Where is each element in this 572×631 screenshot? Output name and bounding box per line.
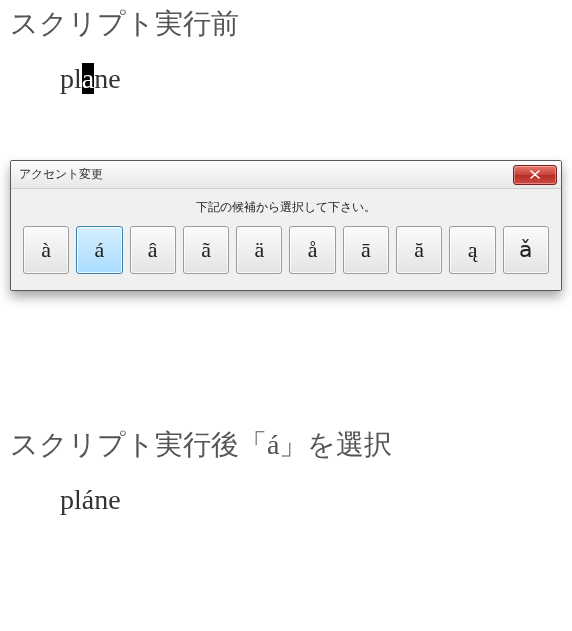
dialog-instruction: 下記の候補から選択して下さい。 — [23, 199, 549, 216]
close-button[interactable] — [513, 165, 557, 185]
accent-option-6[interactable]: ā — [343, 226, 389, 274]
accent-option-1[interactable]: á — [76, 226, 122, 274]
accent-option-0[interactable]: à — [23, 226, 69, 274]
before-word-pre: pl — [60, 63, 82, 94]
dialog-body: 下記の候補から選択して下さい。 à á â ã ä å ā ă ą ǎ — [11, 189, 561, 290]
accent-option-7[interactable]: ă — [396, 226, 442, 274]
dialog-title: アクセント変更 — [19, 166, 103, 183]
after-heading: スクリプト実行後「á」を選択 — [0, 421, 572, 464]
close-icon — [530, 170, 540, 179]
after-word: pláne — [0, 484, 572, 516]
accent-option-5[interactable]: å — [289, 226, 335, 274]
before-heading: スクリプト実行前 — [0, 0, 572, 43]
before-word-selection: a — [82, 63, 94, 94]
accent-option-2[interactable]: â — [130, 226, 176, 274]
dialog-titlebar[interactable]: アクセント変更 — [11, 161, 561, 189]
accent-option-4[interactable]: ä — [236, 226, 282, 274]
accent-option-9[interactable]: ǎ — [503, 226, 549, 274]
accent-option-3[interactable]: ã — [183, 226, 229, 274]
before-word-post: ne — [94, 63, 120, 94]
accent-change-dialog: アクセント変更 下記の候補から選択して下さい。 à á â ã ä å ā ă … — [10, 160, 562, 291]
accent-option-8[interactable]: ą — [449, 226, 495, 274]
accent-options-row: à á â ã ä å ā ă ą ǎ — [23, 226, 549, 274]
before-word: plane — [0, 63, 572, 95]
